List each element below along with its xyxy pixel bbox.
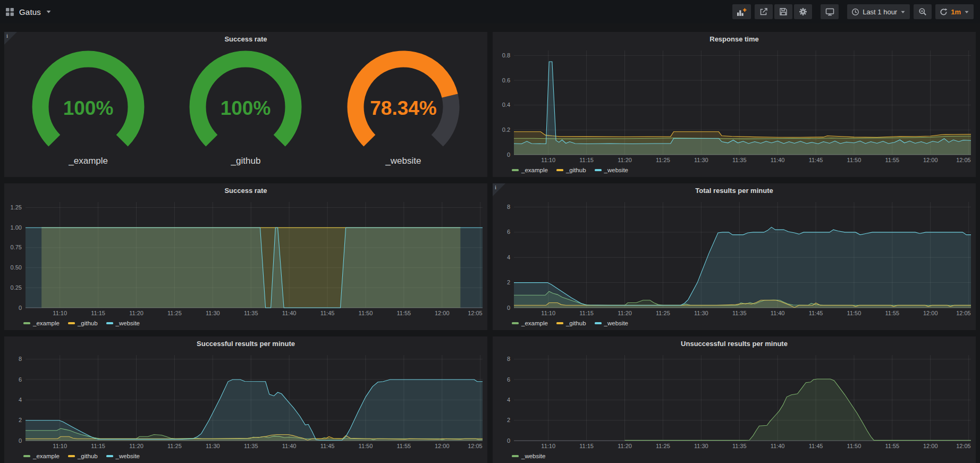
svg-text:11:45: 11:45 [320,443,335,449]
navbar: Gatus Last 1 hour [0,0,980,23]
svg-text:11:10: 11:10 [53,310,67,316]
svg-text:11:35: 11:35 [244,443,258,449]
legend-swatch [512,322,519,324]
refresh-icon [940,8,948,16]
svg-text:11:55: 11:55 [885,443,900,449]
chart-legend: _example_github_website [493,165,976,177]
svg-text:0: 0 [507,305,510,311]
svg-text:8: 8 [19,356,22,362]
svg-text:1.25: 1.25 [11,204,22,211]
panel-title[interactable]: Response time [493,32,976,46]
time-range-picker[interactable]: Last 1 hour [847,4,910,19]
legend-item-_website[interactable]: _website [595,320,628,326]
legend-swatch [23,322,30,324]
svg-text:11:55: 11:55 [885,310,900,316]
svg-text:11:20: 11:20 [618,443,632,449]
panel-response-time: Response time 11:1011:1511:2011:2511:301… [493,32,976,177]
svg-text:2: 2 [19,417,22,423]
svg-text:0.25: 0.25 [11,284,22,291]
dashboards-grid-icon[interactable] [5,7,14,16]
add-panel-button[interactable] [732,4,751,19]
chevron-down-icon [964,10,969,14]
refresh-picker[interactable]: 1m [935,4,974,19]
svg-text:11:35: 11:35 [244,310,258,316]
svg-text:11:25: 11:25 [656,443,670,449]
legend-label: _example [521,320,548,326]
svg-text:1.00: 1.00 [11,224,22,231]
panel-info-icon[interactable]: i [4,32,17,45]
svg-text:0.4: 0.4 [502,102,510,108]
panel-title[interactable]: Successful results per minute [4,336,487,351]
svg-text:0.8: 0.8 [502,52,510,58]
response-time-chart[interactable]: 11:1011:1511:2011:2511:3011:3511:4011:45… [493,46,976,165]
svg-text:11:35: 11:35 [732,310,747,316]
legend-item-_example[interactable]: _example [512,320,548,326]
settings-gear-icon[interactable] [794,4,812,19]
gauge-arc: 100% [176,47,315,155]
legend-item-_example[interactable]: _example [23,453,60,459]
share-button[interactable] [755,4,773,19]
legend-item-_website[interactable]: _website [106,453,140,459]
svg-text:11:30: 11:30 [694,157,708,163]
clock-icon [851,8,859,16]
svg-text:11:45: 11:45 [809,443,823,449]
svg-text:11:15: 11:15 [579,310,594,316]
svg-text:12:00: 12:00 [435,443,450,449]
panel-info-icon[interactable]: i [493,183,505,196]
svg-text:11:20: 11:20 [129,443,143,449]
legend-swatch [595,322,602,324]
svg-text:0: 0 [507,151,510,158]
svg-text:12:05: 12:05 [956,310,971,316]
svg-text:11:10: 11:10 [53,443,67,449]
panel-success-rate-graph: Success rate 11:1011:1511:2011:2511:3011… [4,183,487,330]
save-button[interactable] [774,4,792,19]
legend-label: _website [521,453,545,459]
legend-label: _example [33,320,60,326]
legend-item-_example[interactable]: _example [23,320,60,326]
svg-text:0: 0 [19,437,22,444]
svg-text:11:10: 11:10 [541,157,555,163]
panel-title[interactable]: Unsuccessful results per minute [493,336,976,351]
legend-swatch [68,322,75,324]
chevron-down-icon[interactable] [46,10,52,14]
legend-item-_website[interactable]: _website [512,453,545,459]
svg-text:11:40: 11:40 [282,310,297,316]
svg-text:11:15: 11:15 [579,443,594,449]
legend-swatch [23,455,30,457]
legend-item-_github[interactable]: _github [68,453,98,459]
successful-results-chart[interactable]: 11:1011:1511:2011:2511:3011:3511:4011:45… [4,351,487,451]
svg-text:11:45: 11:45 [320,310,335,316]
svg-text:11:50: 11:50 [847,443,861,449]
chart-legend: _example_github_website [4,451,487,463]
legend-item-_website[interactable]: _website [595,167,628,173]
svg-text:11:40: 11:40 [771,157,785,163]
chart-legend: _website [493,451,976,463]
legend-item-_example[interactable]: _example [512,167,548,173]
svg-text:11:25: 11:25 [167,310,182,316]
zoom-out-button[interactable] [914,4,932,19]
svg-text:11:30: 11:30 [694,443,708,449]
success-rate-chart[interactable]: 11:1011:1511:2011:2511:3011:3511:4011:45… [4,198,487,318]
legend-label: _example [33,453,60,459]
svg-text:11:20: 11:20 [618,310,632,316]
panel-title[interactable]: Total results per minute [493,183,976,198]
unsuccessful-results-chart[interactable]: 11:1011:1511:2011:2511:3011:3511:4011:45… [493,351,976,451]
panel-total-results: i Total results per minute 11:1011:1511:… [493,183,976,330]
svg-text:6: 6 [507,229,510,235]
panel-title[interactable]: Success rate [4,183,487,198]
svg-text:4: 4 [507,397,510,403]
legend-item-_website[interactable]: _website [106,320,140,326]
legend-item-_github[interactable]: _github [556,167,586,173]
svg-text:11:25: 11:25 [167,443,182,449]
legend-label: _github [78,453,98,459]
svg-text:12:00: 12:00 [435,310,450,316]
svg-text:11:25: 11:25 [656,310,670,316]
dashboard-title[interactable]: Gatus [19,7,41,16]
tv-mode-button[interactable] [821,4,839,19]
panel-title[interactable]: Success rate [4,32,487,46]
legend-item-_github[interactable]: _github [68,320,98,326]
legend-item-_github[interactable]: _github [556,320,586,326]
svg-text:11:40: 11:40 [771,310,785,316]
total-results-chart[interactable]: 11:1011:1511:2011:2511:3011:3511:4011:45… [493,198,976,318]
svg-text:0.75: 0.75 [11,244,22,250]
